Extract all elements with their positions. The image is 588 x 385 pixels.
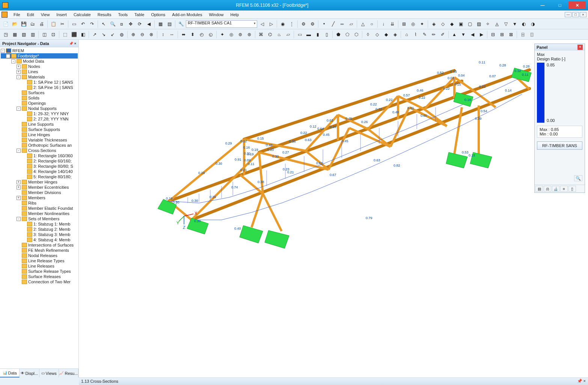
mdi-min[interactable]: — [565, 12, 571, 17]
tree-item[interactable]: 1: SA Pine 12 | SANS [1, 80, 78, 85]
open-icon[interactable]: 📂 [11, 20, 19, 28]
misc7-icon[interactable]: ✧ [484, 20, 492, 28]
copy-icon[interactable]: 📋 [49, 20, 57, 28]
menu-table[interactable]: Table [131, 12, 147, 18]
t2-21-icon[interactable]: ◴ [198, 30, 206, 39]
hinge-icon[interactable]: ○ [368, 20, 376, 28]
t2-42-icon[interactable]: ⌂ [403, 30, 411, 39]
t2-16-icon[interactable]: ⊗ [147, 30, 155, 39]
tree-item[interactable]: -Materials [1, 74, 78, 80]
minimize-button[interactable]: — [534, 2, 551, 9]
tree-item[interactable]: Solids [1, 95, 78, 101]
t2-6-icon[interactable]: ⊡ [49, 30, 57, 39]
t2-8-icon[interactable]: ⬛ [70, 30, 78, 39]
tree-item[interactable]: -Sets of Members [1, 216, 78, 221]
paneltab-1[interactable]: ▤ [535, 186, 543, 192]
cursor-icon[interactable]: ↖ [100, 20, 108, 28]
tree-item[interactable]: 3: Stabzug 3: Memb [1, 232, 78, 237]
save-all-icon[interactable]: 🗂 [29, 20, 37, 28]
zoom-icon[interactable]: 🔍 [109, 20, 117, 28]
t2-5-icon[interactable]: ◫ [40, 30, 48, 39]
tree-item[interactable]: FE Mesh Refinements [1, 248, 78, 253]
t2-25-icon[interactable]: ⊚ [236, 30, 244, 39]
tree-item[interactable]: Member Nonlinearities [1, 211, 78, 216]
t2-37-icon[interactable]: ⬡ [352, 30, 360, 39]
save-icon[interactable]: 💾 [20, 20, 28, 28]
misc5-icon[interactable]: ▢ [466, 20, 474, 28]
misc8-icon[interactable]: ◬ [493, 20, 501, 28]
cut-icon[interactable]: ✂ [58, 20, 66, 28]
menu-results[interactable]: Results [95, 12, 115, 18]
t2-45-icon[interactable]: ✏ [430, 30, 438, 39]
t2-3-icon[interactable]: ▧ [20, 30, 28, 39]
mdi-close[interactable]: × [580, 12, 586, 17]
lc-next-icon[interactable]: ▷ [267, 20, 275, 28]
t2-43-icon[interactable]: ⌇ [412, 30, 420, 39]
maximize-button[interactable]: □ [551, 2, 568, 9]
tree-item[interactable]: 2: Stabzug 2: Memb [1, 227, 78, 232]
tree-item[interactable]: +Lines [1, 69, 78, 74]
t2-49-icon[interactable]: ◀ [468, 30, 476, 39]
paneltab-5[interactable]: ▯ [568, 186, 576, 192]
tree-item[interactable]: Line Releases [1, 263, 78, 269]
t2-14-icon[interactable]: ⊕ [129, 30, 137, 39]
t2-31-icon[interactable]: ▭ [296, 30, 304, 39]
close-button[interactable]: ✕ [568, 2, 586, 9]
tree-modeldata[interactable]: -Model Data [1, 59, 78, 64]
t2-52-icon[interactable]: ⊞ [498, 30, 506, 39]
load2-icon[interactable]: ⇊ [388, 20, 397, 28]
tree-root[interactable]: -RFEM [1, 48, 78, 53]
t2-18-icon[interactable]: ↔ [168, 30, 176, 39]
node-icon[interactable]: • [320, 20, 328, 28]
tree-item[interactable]: -Cross-Sections [1, 148, 78, 153]
t2-46-icon[interactable]: ✐ [439, 30, 447, 39]
panel-zoom-icon[interactable]: 🔍 [574, 175, 582, 181]
misc2-icon[interactable]: ◇ [439, 20, 447, 28]
misc4-icon[interactable]: ▣ [457, 20, 465, 28]
misc12-icon[interactable]: ◑ [529, 20, 537, 28]
results-toggle-icon[interactable]: ◉ [279, 20, 287, 28]
tree-item[interactable]: +Nodes [1, 64, 78, 69]
tree-model[interactable]: -Footbridge* [1, 53, 78, 59]
t2-11-icon[interactable]: ↘ [100, 30, 108, 39]
tree-item[interactable]: Surface Releases [1, 274, 78, 279]
misc6-icon[interactable]: ▨ [475, 20, 483, 28]
grid-icon[interactable]: ⊞ [400, 20, 408, 28]
t2-44-icon[interactable]: ✎ [421, 30, 429, 39]
tree-item[interactable]: Member Elastic Foundat [1, 206, 78, 211]
menu-edit[interactable]: Edit [24, 12, 37, 18]
menu-view[interactable]: View [38, 12, 53, 18]
t2-15-icon[interactable]: ⊖ [138, 30, 146, 39]
tree-item[interactable]: Ribs [1, 200, 78, 206]
tree-item[interactable]: 2: SA Pine 16 | SANS [1, 85, 78, 90]
t2-4-icon[interactable]: ▥ [29, 30, 37, 39]
misc9-icon[interactable]: ▽ [502, 20, 510, 28]
navtab-results[interactable]: 📈Resu... [59, 369, 78, 377]
zoom-extents-icon[interactable]: ⧈ [118, 20, 126, 28]
menu-addon[interactable]: Add-on Modules [169, 12, 205, 18]
t2-23-icon[interactable]: ✦ [218, 30, 226, 39]
tree-item[interactable]: Line Release Types [1, 258, 78, 263]
tree-item[interactable]: Surfaces [1, 90, 78, 95]
member-icon[interactable]: ═ [338, 20, 346, 28]
t2-33-icon[interactable]: ▮ [314, 30, 322, 39]
t2-50-icon[interactable]: ▶ [477, 30, 485, 39]
t2-17-icon[interactable]: ↕ [159, 30, 167, 39]
tree-item[interactable]: 1: 29-32; YYY NNY [1, 111, 78, 116]
t2-29-icon[interactable]: ⏢ [275, 30, 283, 39]
tree-item[interactable]: Surface Release Types [1, 269, 78, 274]
t2-20-icon[interactable]: ⬍ [188, 30, 197, 39]
t2-10-icon[interactable]: ↗ [90, 30, 99, 39]
navtab-display[interactable]: 👁Displ... [20, 369, 39, 377]
results-vals-icon[interactable]: ⋮ [288, 20, 296, 28]
misc3-icon[interactable]: ◆ [448, 20, 456, 28]
surface-icon[interactable]: ▱ [347, 20, 355, 28]
line-icon[interactable]: ╱ [329, 20, 337, 28]
table-pin-icon[interactable]: 📌 × [577, 379, 586, 383]
tree-item[interactable]: Member Divisions [1, 190, 78, 195]
paneltab-2[interactable]: ⚖ [544, 186, 551, 192]
tree-item[interactable]: +Member Hinges [1, 179, 78, 185]
tree-item[interactable]: Variable Thicknesses [1, 137, 78, 143]
load1-icon[interactable]: ↓ [379, 20, 387, 28]
t2-28-icon[interactable]: ⌬ [266, 30, 274, 39]
